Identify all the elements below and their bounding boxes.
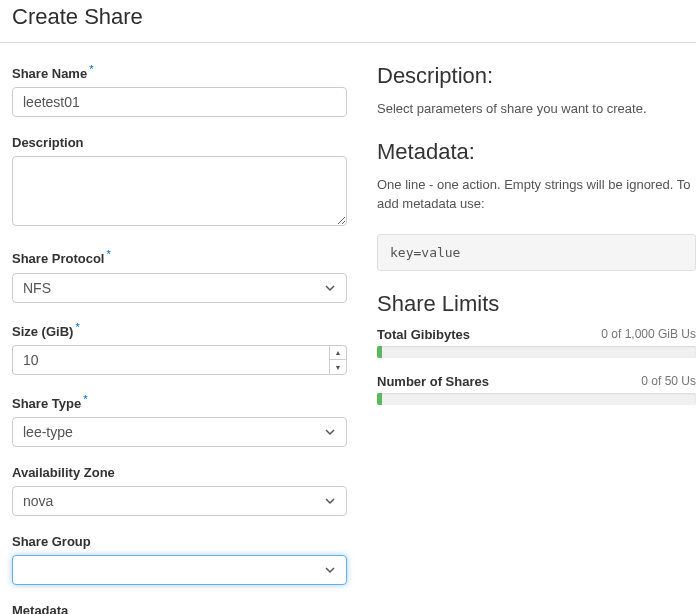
gibibytes-value: 0 of 1,000 GiB Us — [601, 327, 696, 342]
dialog-content: Share Name* Description Share Protocol* … — [0, 43, 696, 614]
share-limits-heading: Share Limits — [377, 291, 696, 317]
share-protocol-group: Share Protocol* NFS — [12, 248, 347, 302]
required-star-icon: * — [89, 63, 93, 75]
metadata-text: One line - one action. Empty strings wil… — [377, 175, 696, 214]
share-protocol-select[interactable]: NFS — [12, 273, 347, 303]
share-group-select[interactable] — [12, 555, 347, 585]
gibibytes-label: Total Gibibytes — [377, 327, 470, 342]
size-label: Size (GiB)* — [12, 321, 347, 339]
share-protocol-label: Share Protocol* — [12, 248, 347, 266]
description-textarea[interactable] — [12, 156, 347, 226]
description-text: Select parameters of share you want to c… — [377, 99, 696, 119]
availability-zone-label: Availability Zone — [12, 465, 347, 480]
description-group: Description — [12, 135, 347, 230]
size-input[interactable] — [12, 345, 329, 375]
availability-zone-select[interactable]: nova — [12, 486, 347, 516]
dialog-header: Create Share — [0, 0, 696, 43]
required-star-icon: * — [83, 393, 87, 405]
required-star-icon: * — [75, 321, 79, 333]
description-label: Description — [12, 135, 347, 150]
size-stepper: ▲ ▼ — [329, 345, 347, 375]
size-group: Size (GiB)* ▲ ▼ — [12, 321, 347, 375]
shares-value: 0 of 50 Us — [641, 374, 696, 389]
share-type-group: Share Type* lee-type — [12, 393, 347, 447]
metadata-label: Metadata — [12, 603, 347, 614]
required-star-icon: * — [106, 248, 110, 260]
metadata-code-example: key=value — [377, 234, 696, 271]
info-column: Description: Select parameters of share … — [377, 63, 696, 614]
shares-progress-fill — [377, 393, 382, 405]
share-name-group: Share Name* — [12, 63, 347, 117]
share-group-group: Share Group — [12, 534, 347, 585]
share-name-label: Share Name* — [12, 63, 347, 81]
shares-progress — [377, 393, 696, 405]
form-column: Share Name* Description Share Protocol* … — [12, 63, 347, 614]
metadata-heading: Metadata: — [377, 139, 696, 165]
metadata-group: Metadata — [12, 603, 347, 614]
page-title: Create Share — [12, 4, 684, 30]
availability-zone-group: Availability Zone nova — [12, 465, 347, 516]
number-of-shares-limit: Number of Shares 0 of 50 Us — [377, 374, 696, 405]
size-increment-button[interactable]: ▲ — [329, 345, 347, 360]
gibibytes-progress — [377, 346, 696, 358]
size-decrement-button[interactable]: ▼ — [329, 359, 347, 375]
total-gibibytes-limit: Total Gibibytes 0 of 1,000 GiB Us — [377, 327, 696, 358]
share-type-label: Share Type* — [12, 393, 347, 411]
gibibytes-progress-fill — [377, 346, 382, 358]
share-type-select[interactable]: lee-type — [12, 417, 347, 447]
shares-label: Number of Shares — [377, 374, 489, 389]
share-name-input[interactable] — [12, 87, 347, 117]
share-group-label: Share Group — [12, 534, 347, 549]
description-heading: Description: — [377, 63, 696, 89]
